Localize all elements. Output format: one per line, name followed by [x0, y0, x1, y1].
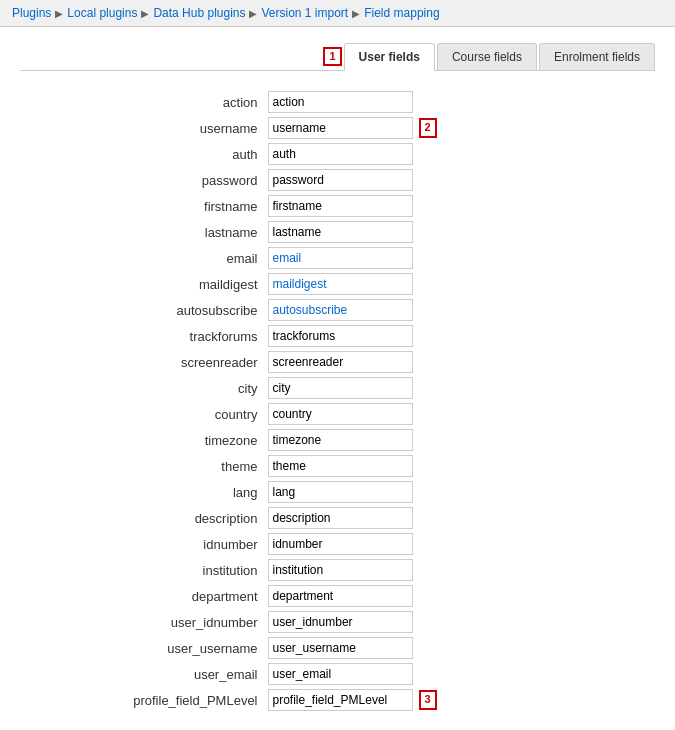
field-input-lang[interactable] [268, 481, 413, 503]
field-label: user_idnumber [88, 615, 268, 630]
form-row: maildigest [88, 273, 588, 295]
field-label: firstname [88, 199, 268, 214]
field-input-maildigest[interactable] [268, 273, 413, 295]
field-label: lastname [88, 225, 268, 240]
field-label: password [88, 173, 268, 188]
form-row: action [88, 91, 588, 113]
form-row: idnumber [88, 533, 588, 555]
field-label: department [88, 589, 268, 604]
marker-1: 1 [323, 47, 341, 66]
form-row: description [88, 507, 588, 529]
field-input-user_email[interactable] [268, 663, 413, 685]
field-label: description [88, 511, 268, 526]
field-input-username[interactable] [268, 117, 413, 139]
breadcrumb-link[interactable]: Plugins [12, 6, 51, 20]
field-input-idnumber[interactable] [268, 533, 413, 555]
form-row: password [88, 169, 588, 191]
field-label: action [88, 95, 268, 110]
form-row: screenreader [88, 351, 588, 373]
breadcrumb-separator: ▶ [352, 8, 360, 19]
form-row: department [88, 585, 588, 607]
field-input-profile_field_PMLevel[interactable] [268, 689, 413, 711]
field-label: trackforums [88, 329, 268, 344]
form-row: city [88, 377, 588, 399]
breadcrumb-link[interactable]: Local plugins [67, 6, 137, 20]
marker-2: 2 [419, 118, 437, 137]
field-input-timezone[interactable] [268, 429, 413, 451]
field-label: theme [88, 459, 268, 474]
field-input-theme[interactable] [268, 455, 413, 477]
form-row: trackforums [88, 325, 588, 347]
breadcrumb-separator: ▶ [141, 8, 149, 19]
form-row: lastname [88, 221, 588, 243]
field-label: username [88, 121, 268, 136]
field-input-user_idnumber[interactable] [268, 611, 413, 633]
field-input-autosubscribe[interactable] [268, 299, 413, 321]
form-row: username2 [88, 117, 588, 139]
field-label: maildigest [88, 277, 268, 292]
field-label: idnumber [88, 537, 268, 552]
form-row: country [88, 403, 588, 425]
form-row: institution [88, 559, 588, 581]
breadcrumb: Plugins▶Local plugins▶Data Hub plugins▶V… [0, 0, 675, 27]
field-label: auth [88, 147, 268, 162]
field-input-email[interactable] [268, 247, 413, 269]
field-input-lastname[interactable] [268, 221, 413, 243]
tab-user-fields[interactable]: User fields [344, 43, 435, 71]
breadcrumb-link[interactable]: Data Hub plugins [153, 6, 245, 20]
field-label: country [88, 407, 268, 422]
field-label: institution [88, 563, 268, 578]
field-label: screenreader [88, 355, 268, 370]
field-input-password[interactable] [268, 169, 413, 191]
field-label: timezone [88, 433, 268, 448]
breadcrumb-separator: ▶ [55, 8, 63, 19]
field-input-country[interactable] [268, 403, 413, 425]
field-input-description[interactable] [268, 507, 413, 529]
form-row: lang [88, 481, 588, 503]
field-label: city [88, 381, 268, 396]
form-row: autosubscribe [88, 299, 588, 321]
form-row: timezone [88, 429, 588, 451]
field-input-screenreader[interactable] [268, 351, 413, 373]
field-input-firstname[interactable] [268, 195, 413, 217]
field-label: lang [88, 485, 268, 500]
field-input-trackforums[interactable] [268, 325, 413, 347]
form-row: profile_field_PMLevel3 [88, 689, 588, 711]
field-label: email [88, 251, 268, 266]
field-label: profile_field_PMLevel [88, 693, 268, 708]
field-label: user_username [88, 641, 268, 656]
field-input-action[interactable] [268, 91, 413, 113]
field-input-auth[interactable] [268, 143, 413, 165]
form-row: user_email [88, 663, 588, 685]
form-row: auth [88, 143, 588, 165]
field-input-institution[interactable] [268, 559, 413, 581]
tab-course-fields[interactable]: Course fields [437, 43, 537, 70]
breadcrumb-link[interactable]: Field mapping [364, 6, 439, 20]
field-input-user_username[interactable] [268, 637, 413, 659]
breadcrumb-link[interactable]: Version 1 import [261, 6, 348, 20]
form-row: user_idnumber [88, 611, 588, 633]
form-row: email [88, 247, 588, 269]
breadcrumb-separator: ▶ [249, 8, 257, 19]
form-row: user_username [88, 637, 588, 659]
field-input-department[interactable] [268, 585, 413, 607]
field-label: user_email [88, 667, 268, 682]
field-label: autosubscribe [88, 303, 268, 318]
form-row: firstname [88, 195, 588, 217]
tab-enrolment-fields[interactable]: Enrolment fields [539, 43, 655, 70]
marker-3: 3 [419, 690, 437, 709]
field-input-city[interactable] [268, 377, 413, 399]
form-row: theme [88, 455, 588, 477]
